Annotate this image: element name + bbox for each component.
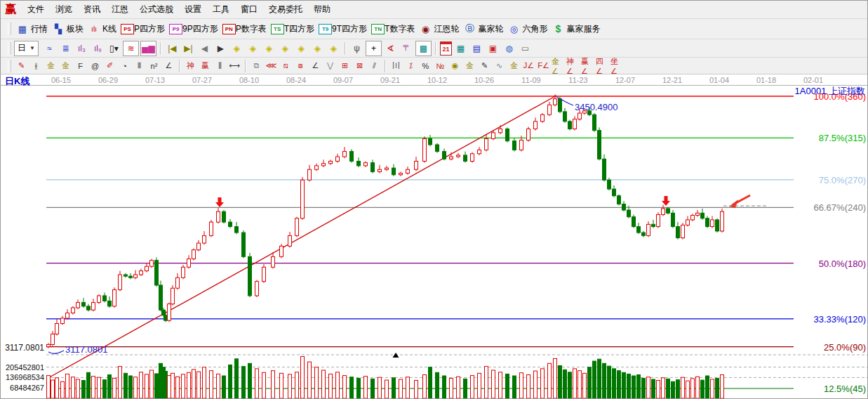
percent-icon[interactable]: %: [419, 60, 432, 72]
gann-diamond-7-icon[interactable]: ◈: [326, 41, 341, 55]
kline-chart[interactable]: 06-1506-2907-1307-2708-1008-2409-0709-21…: [1, 74, 868, 399]
calculator-icon[interactable]: ▦: [453, 41, 468, 55]
brush-icon[interactable]: ✎: [15, 60, 28, 72]
ying-tool-icon[interactable]: 赢: [199, 60, 212, 72]
wave-line-icon[interactable]: ∿: [493, 60, 506, 72]
ying-angle-icon[interactable]: 赢∠: [581, 60, 594, 72]
region-select-icon[interactable]: ▩: [415, 41, 432, 56]
candle-body: [272, 256, 275, 267]
gold-ruler-1-icon[interactable]: 金: [44, 60, 58, 72]
ruler-h-icon[interactable]: ⫲: [29, 60, 43, 72]
quickbar-button-t-number[interactable]: TNT数字表: [371, 23, 415, 35]
quickbar-button-winner-wheel[interactable]: Ⓑ赢家轮: [463, 23, 503, 35]
quickbar-button-9t-square[interactable]: T99T四方形: [319, 23, 367, 35]
quickbar-button-gann-wheel[interactable]: ◉江恩轮: [419, 23, 459, 35]
parallel-lines-icon[interactable]: ⫽: [368, 60, 381, 72]
si-angle-icon[interactable]: 四∠: [596, 60, 609, 72]
candle-style-icon[interactable]: ▯▾: [107, 41, 121, 55]
menu-item-5[interactable]: 设置: [179, 4, 207, 15]
hand-tool-icon[interactable]: ψ: [349, 41, 364, 55]
menu-item-1[interactable]: 浏览: [50, 4, 78, 15]
gann-diamond-6-icon[interactable]: ◈: [310, 41, 325, 55]
crosshair-tool-icon[interactable]: +: [366, 41, 382, 56]
grid-red-2-icon[interactable]: ⊠: [353, 60, 366, 72]
last-bar-icon[interactable]: ▶|: [181, 41, 196, 55]
save-icon[interactable]: ▣: [486, 41, 500, 55]
angle-measure-icon[interactable]: ∢: [383, 41, 398, 55]
menu-item-7[interactable]: 窗口: [235, 4, 263, 15]
width-measure-icon[interactable]: ⟷: [228, 60, 241, 72]
gann-diamond-5-icon[interactable]: ◈: [294, 41, 309, 55]
candle-body: [423, 138, 427, 161]
quickbar-button-p-number[interactable]: PNP数字表: [222, 23, 267, 35]
gann-diamond-4-icon[interactable]: ◈: [278, 41, 293, 55]
brush-dots-icon[interactable]: ✐: [103, 60, 116, 72]
angle-lines-icon[interactable]: ∠: [309, 60, 322, 72]
quickbar-button-hexagon[interactable]: ◎六角形: [507, 23, 547, 35]
menu-item-4[interactable]: 公式选股: [134, 4, 179, 15]
gann-diamond-1-icon[interactable]: ◈: [229, 41, 244, 55]
chart-area[interactable]: 06-1506-2907-1307-2708-1008-2409-0709-21…: [1, 74, 868, 399]
pattern-red-icon[interactable]: ≋: [123, 41, 139, 56]
fan-lines-1-icon[interactable]: ⋘: [265, 60, 278, 72]
quickbar-button-winner-service[interactable]: $赢家服务: [552, 23, 600, 35]
quickbar-button-t-square[interactable]: TST四方形: [271, 23, 314, 35]
volume-bar: [568, 372, 572, 398]
fan-box-2-icon[interactable]: ⧇: [294, 60, 307, 72]
brush-candle-icon[interactable]: ✎: [478, 60, 491, 72]
ruler-ticks-icon[interactable]: ⫴: [133, 60, 146, 72]
menu-item-3[interactable]: 江恩: [106, 4, 134, 15]
curve-tool-icon[interactable]: ≈: [42, 41, 57, 55]
clock-cycle-icon[interactable]: ◔: [118, 60, 131, 72]
bars-9-icon[interactable]: ıl₉: [91, 41, 105, 55]
info-list-icon[interactable]: ≣: [58, 41, 73, 55]
f-angle-icon[interactable]: F∠: [537, 60, 550, 72]
remote-pc-icon[interactable]: ▭: [518, 41, 533, 55]
menu-item-0[interactable]: 文件: [22, 4, 50, 15]
rect-handles-icon[interactable]: ⧉: [250, 60, 263, 72]
prev-bar-icon[interactable]: ◀: [197, 41, 212, 55]
gann-frame-icon[interactable]: 〒: [399, 41, 414, 55]
gold-circle-icon[interactable]: ◉: [448, 60, 462, 72]
fan-box-1-icon[interactable]: ⧅: [279, 60, 293, 72]
shen-tool-icon[interactable]: 神: [184, 60, 197, 72]
f-ruler-icon[interactable]: F: [74, 60, 87, 72]
stats-bars-icon[interactable]: 〣: [389, 60, 403, 72]
v-lines-icon[interactable]: ⋁: [323, 60, 337, 72]
gann-diamond-3-icon[interactable]: ◈: [262, 41, 276, 55]
candle-body: [541, 115, 545, 122]
histogram-color-icon[interactable]: ▅▆: [140, 41, 156, 56]
quickbar-button-p-square[interactable]: PSP四方形: [121, 23, 165, 35]
notes-icon[interactable]: ▤: [469, 41, 484, 55]
pct-line-icon[interactable]: ⁒: [404, 60, 418, 72]
quickbar-button-9p-square[interactable]: P99P四方形: [169, 23, 218, 35]
menu-item-2[interactable]: 资讯: [78, 4, 106, 15]
gold-angle-icon[interactable]: 金: [507, 60, 521, 72]
n-square-icon[interactable]: n²: [147, 60, 161, 72]
grid-red-1-icon[interactable]: ⊞: [338, 60, 352, 72]
spiral-icon[interactable]: @: [88, 60, 102, 72]
pct-levels-icon[interactable]: №: [434, 60, 447, 72]
ruler-123-icon[interactable]: ⫼: [213, 60, 227, 72]
period-selector-button[interactable]: 日 ▼: [14, 41, 39, 56]
candle-body: [192, 250, 196, 259]
j-angle-icon[interactable]: J∠: [522, 60, 535, 72]
calendar-icon[interactable]: 21: [440, 41, 452, 55]
zuo-angle-icon[interactable]: 坐∠: [610, 60, 624, 72]
menu-item-8[interactable]: 交易委托: [263, 4, 308, 15]
angle-line-icon[interactable]: ∠: [162, 60, 175, 72]
web-sync-icon[interactable]: ◍: [502, 41, 516, 55]
jin-angle-icon[interactable]: 金∠: [552, 60, 565, 72]
quickbar-button-quotes[interactable]: ▦行情: [16, 23, 48, 35]
gold-levels-icon[interactable]: 金: [463, 60, 476, 72]
menu-item-6[interactable]: 工具: [207, 4, 235, 15]
menu-item-9[interactable]: 帮助: [308, 4, 336, 15]
bars-3-icon[interactable]: ıl₃: [74, 41, 89, 55]
first-bar-icon[interactable]: |◀: [165, 41, 180, 55]
quickbar-button-kline[interactable]: ılıK线: [88, 23, 116, 35]
shen-angle-icon[interactable]: 神∠: [566, 60, 580, 72]
gann-diamond-2-icon[interactable]: ◈: [246, 41, 260, 55]
next-bar-icon[interactable]: ▶: [213, 41, 228, 55]
gold-ruler-2-icon[interactable]: 金: [59, 60, 72, 72]
quickbar-button-sectors[interactable]: ▚板块: [52, 23, 84, 35]
